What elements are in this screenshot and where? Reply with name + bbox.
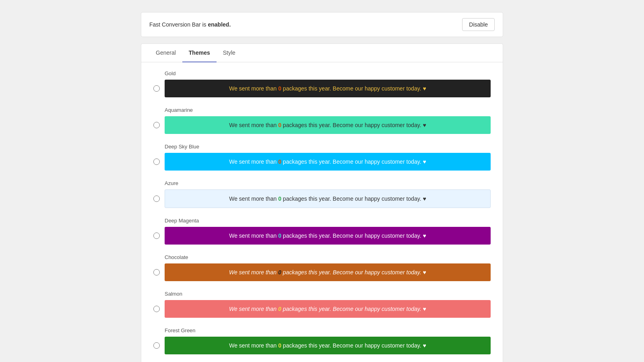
theme-row-chocolate: We sent more than 0 packages this year. … (153, 263, 491, 281)
theme-row-gold: We sent more than 0 packages this year. … (153, 80, 491, 97)
theme-number-chocolate: 0 (278, 269, 281, 276)
theme-number-gold: 0 (278, 85, 281, 92)
status-bar: Fast Conversion Bar is enabled. Disable (141, 12, 503, 37)
theme-text-suffix-gold: packages this year. Become our happy cus… (281, 85, 426, 92)
theme-text-suffix-chocolate: packages this year. Become our happy cus… (281, 269, 426, 276)
theme-text-prefix-aquamarine: We sent more than (229, 122, 278, 128)
theme-bar-azure: We sent more than 0 packages this year. … (165, 189, 491, 208)
theme-text-prefix-chocolate: We sent more than (229, 269, 278, 276)
theme-text-suffix-azure: packages this year. Become our happy cus… (281, 195, 426, 202)
theme-text-prefix-azure: We sent more than (229, 195, 278, 202)
theme-text-suffix-forestgreen: packages this year. Become our happy cus… (281, 342, 426, 349)
theme-number-deepskyblue: 0 (278, 158, 281, 165)
theme-bar-deepskyblue: We sent more than 0 packages this year. … (165, 153, 491, 171)
tabs-container: General Themes Style GoldWe sent more th… (141, 43, 503, 362)
theme-label-azure: Azure (165, 180, 491, 186)
theme-radio-deepskyblue[interactable] (153, 158, 160, 165)
status-text: Fast Conversion Bar is enabled. (149, 21, 231, 28)
theme-item-deepskyblue: Deep Sky BlueWe sent more than 0 package… (153, 144, 491, 171)
theme-text-suffix-salmon: packages this year. Become our happy cus… (281, 306, 426, 312)
theme-item-gold: GoldWe sent more than 0 packages this ye… (153, 70, 491, 97)
theme-radio-gold[interactable] (153, 85, 160, 92)
theme-item-forestgreen: Forest GreenWe sent more than 0 packages… (153, 327, 491, 354)
theme-radio-salmon[interactable] (153, 306, 160, 312)
theme-bar-forestgreen: We sent more than 0 packages this year. … (165, 337, 491, 354)
theme-row-deepmagenta: We sent more than 0 packages this year. … (153, 227, 491, 245)
theme-bar-gold: We sent more than 0 packages this year. … (165, 80, 491, 97)
main-container: Fast Conversion Bar is enabled. Disable … (141, 12, 503, 362)
theme-number-aquamarine: 0 (278, 122, 281, 128)
theme-row-deepskyblue: We sent more than 0 packages this year. … (153, 153, 491, 171)
theme-label-deepskyblue: Deep Sky Blue (165, 144, 491, 150)
tab-general[interactable]: General (149, 44, 182, 62)
status-prefix: Fast Conversion Bar is (149, 21, 208, 28)
theme-bar-chocolate: We sent more than 0 packages this year. … (165, 263, 491, 281)
theme-bar-deepmagenta: We sent more than 0 packages this year. … (165, 227, 491, 245)
tab-style[interactable]: Style (217, 44, 242, 62)
theme-radio-chocolate[interactable] (153, 269, 160, 276)
theme-number-azure: 0 (278, 195, 281, 202)
theme-radio-aquamarine[interactable] (153, 122, 160, 128)
themes-content: GoldWe sent more than 0 packages this ye… (141, 62, 503, 362)
theme-radio-forestgreen[interactable] (153, 342, 160, 349)
theme-text-suffix-deepmagenta: packages this year. Become our happy cus… (281, 232, 426, 239)
theme-number-salmon: 0 (278, 306, 281, 312)
theme-label-aquamarine: Aquamarine (165, 107, 491, 113)
theme-bar-aquamarine: We sent more than 0 packages this year. … (165, 116, 491, 134)
theme-label-chocolate: Chocolate (165, 254, 491, 260)
theme-number-forestgreen: 0 (278, 342, 281, 349)
theme-label-deepmagenta: Deep Magenta (165, 218, 491, 224)
tabs-nav: General Themes Style (141, 44, 503, 62)
theme-row-aquamarine: We sent more than 0 packages this year. … (153, 116, 491, 134)
theme-text-prefix-forestgreen: We sent more than (229, 342, 278, 349)
theme-item-chocolate: ChocolateWe sent more than 0 packages th… (153, 254, 491, 281)
theme-text-prefix-deepmagenta: We sent more than (229, 232, 278, 239)
theme-text-prefix-gold: We sent more than (229, 85, 278, 92)
theme-row-salmon: We sent more than 0 packages this year. … (153, 300, 491, 318)
theme-text-suffix-deepskyblue: packages this year. Become our happy cus… (281, 158, 426, 165)
theme-label-gold: Gold (165, 70, 491, 76)
theme-item-deepmagenta: Deep MagentaWe sent more than 0 packages… (153, 218, 491, 245)
theme-radio-azure[interactable] (153, 195, 160, 202)
theme-row-azure: We sent more than 0 packages this year. … (153, 189, 491, 208)
theme-number-deepmagenta: 0 (278, 232, 281, 239)
theme-text-prefix-deepskyblue: We sent more than (229, 158, 278, 165)
theme-bar-salmon: We sent more than 0 packages this year. … (165, 300, 491, 318)
theme-radio-deepmagenta[interactable] (153, 232, 160, 239)
theme-text-prefix-salmon: We sent more than (229, 306, 278, 312)
disable-button[interactable]: Disable (462, 18, 495, 31)
theme-item-aquamarine: AquamarineWe sent more than 0 packages t… (153, 107, 491, 134)
theme-label-forestgreen: Forest Green (165, 327, 491, 333)
theme-item-salmon: SalmonWe sent more than 0 packages this … (153, 291, 491, 318)
theme-text-suffix-aquamarine: packages this year. Become our happy cus… (281, 122, 426, 128)
tab-themes[interactable]: Themes (182, 44, 217, 62)
theme-item-azure: AzureWe sent more than 0 packages this y… (153, 180, 491, 208)
theme-label-salmon: Salmon (165, 291, 491, 297)
status-value: enabled. (208, 21, 231, 28)
theme-row-forestgreen: We sent more than 0 packages this year. … (153, 337, 491, 354)
